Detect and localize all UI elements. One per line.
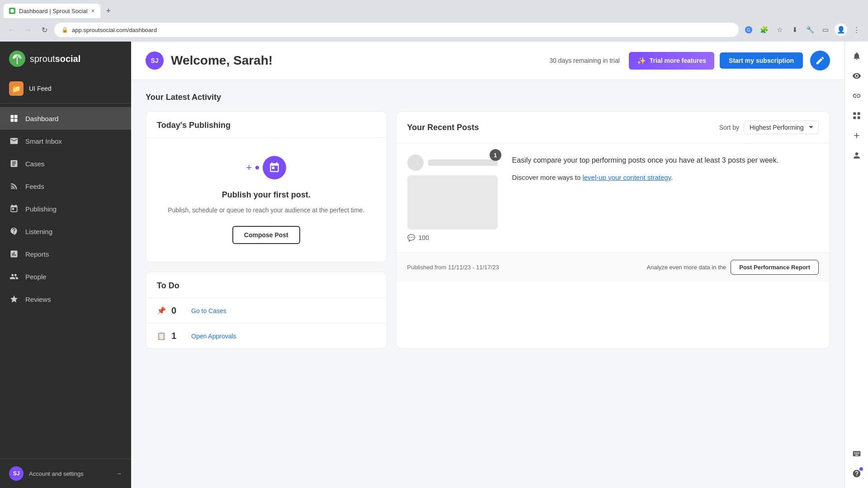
sidebar-item-smart-inbox[interactable]: Smart Inbox	[0, 130, 131, 152]
sprout-logo-icon	[9, 51, 25, 67]
publish-dot-icon	[255, 166, 259, 169]
sidebar-item-listening[interactable]: Listening	[0, 220, 131, 243]
sort-select[interactable]: Highest Performing Most Recent Oldest	[744, 121, 819, 134]
lock-icon: 🔒	[61, 27, 68, 33]
toolbar-actions: G 🧩 ☆ ⬇ 🔧 ▭ 👤 ⋮	[742, 23, 863, 36]
reviews-icon	[9, 294, 19, 304]
sidebar-item-publishing[interactable]: Publishing	[0, 197, 131, 220]
discover-prefix: Discover more ways to	[512, 174, 583, 181]
todo-item-approvals: 📋 1 Open Approvals	[146, 323, 387, 348]
go-to-cases-link[interactable]: Go to Cases	[191, 307, 226, 314]
listening-icon	[9, 226, 19, 236]
keyboard-btn[interactable]	[848, 445, 866, 463]
account-settings-label: Account and settings	[29, 470, 110, 477]
publish-description: Publish, schedule or queue to reach your…	[168, 205, 364, 215]
sidebar-item-cases[interactable]: Cases	[0, 152, 131, 175]
reports-label: Reports	[25, 250, 49, 258]
cases-icon	[9, 159, 19, 169]
extensions-btn[interactable]: 🧩	[758, 23, 770, 36]
sidebar-item-reviews[interactable]: Reviews	[0, 288, 131, 310]
recent-posts-header: Your Recent Posts Sort by Highest Perfor…	[396, 112, 830, 144]
post-badge: 1	[490, 149, 501, 161]
post-avatar-placeholder	[407, 155, 424, 171]
bookmark-btn[interactable]: ☆	[773, 23, 786, 36]
todo-approvals-count: 1	[171, 331, 186, 341]
sidebar-feed-item[interactable]: 📁 UI Feed	[0, 74, 131, 103]
smart-inbox-label: Smart Inbox	[25, 137, 62, 145]
browser-toolbar: ← → ↻ 🔒 app.sproutsocial.com/dashboard G…	[0, 18, 868, 42]
account-arrow-icon: →	[116, 470, 122, 477]
feeds-label: Feeds	[25, 183, 44, 190]
section-title: Your Latest Activity	[146, 93, 830, 102]
sidebar-item-reports[interactable]: Reports	[0, 243, 131, 265]
sidebar-toggle-btn[interactable]: ▭	[819, 23, 832, 36]
feed-label: UI Feed	[29, 85, 52, 92]
people-label: People	[25, 273, 47, 281]
dashboard-label: Dashboard	[25, 115, 58, 122]
post-avatar-row	[407, 155, 498, 171]
content-area: Your Latest Activity Today's Publishing …	[131, 80, 844, 488]
reviews-label: Reviews	[25, 296, 51, 303]
active-tab[interactable]: Dashboard | Sprout Social ×	[4, 4, 100, 18]
sidebar-logo: sproutsocial	[0, 42, 131, 74]
sidebar-item-feeds[interactable]: Feeds	[0, 175, 131, 197]
todo-item-cases: 📌 0 Go to Cases	[146, 298, 387, 323]
refresh-btn[interactable]: ↻	[38, 23, 51, 36]
post-image-placeholder	[407, 175, 498, 230]
trial-features-button[interactable]: ✨ Trial more features	[629, 52, 714, 70]
download-btn[interactable]: ⬇	[788, 23, 801, 36]
right-panel	[844, 42, 868, 488]
header-avatar: SJ	[146, 52, 164, 70]
account-avatar: SJ	[9, 466, 24, 481]
recent-posts-body: 1 💬 100 Easily co	[396, 144, 830, 252]
notifications-btn[interactable]	[848, 47, 866, 65]
content-strategy-link[interactable]: level-up your content strategy	[582, 174, 671, 181]
subscription-button[interactable]: Start my subscription	[720, 52, 803, 69]
compose-post-button[interactable]: Compose Post	[232, 226, 300, 244]
sort-label: Sort by	[719, 124, 739, 131]
back-btn[interactable]: ←	[5, 23, 18, 36]
forward-btn[interactable]: →	[22, 23, 34, 36]
help-btn[interactable]	[848, 465, 866, 483]
monitor-btn[interactable]	[848, 67, 866, 85]
footer-actions: Analyze even more data in the Post Perfo…	[647, 260, 819, 275]
google-icon[interactable]: G	[742, 23, 755, 36]
discover-suffix: .	[671, 174, 673, 181]
link-btn[interactable]	[848, 87, 866, 105]
profile-btn[interactable]: 👤	[835, 23, 847, 36]
todo-header: To Do	[146, 272, 387, 298]
comment-icon: 💬	[407, 234, 415, 241]
todo-cases-count: 0	[171, 305, 186, 316]
sidebar-account[interactable]: SJ Account and settings →	[0, 459, 131, 488]
svg-rect-4	[17, 57, 18, 64]
address-bar[interactable]: 🔒 app.sproutsocial.com/dashboard	[54, 23, 739, 37]
menu-btn[interactable]: ⋮	[850, 23, 863, 36]
reports-icon	[9, 249, 19, 259]
url-text: app.sproutsocial.com/dashboard	[72, 27, 731, 33]
dashboard-icon	[9, 113, 19, 123]
publishing-icon	[9, 204, 19, 214]
sidebar-item-dashboard[interactable]: Dashboard	[0, 107, 131, 130]
sidebar-logo-text: sproutsocial	[30, 54, 80, 64]
open-approvals-link[interactable]: Open Approvals	[191, 333, 236, 340]
feed-icon: 📁	[9, 81, 24, 96]
compose-button[interactable]	[810, 51, 830, 70]
user-btn[interactable]	[848, 146, 866, 164]
tab-favicon	[9, 8, 15, 14]
listening-label: Listening	[25, 228, 52, 235]
trial-features-icon: ✨	[637, 56, 646, 65]
tab-close-btn[interactable]: ×	[91, 7, 95, 14]
publish-plus-icon: +	[246, 162, 252, 174]
app-layout: sproutsocial 📁 UI Feed Dashboard Smart I…	[0, 42, 868, 488]
grid-btn[interactable]	[848, 107, 866, 125]
post-performance-report-button[interactable]: Post Performance Report	[731, 260, 819, 275]
new-tab-btn[interactable]: +	[102, 5, 115, 17]
post-preview: 1 💬 100	[407, 155, 498, 241]
extensions-puzzle-btn[interactable]: 🔧	[804, 23, 816, 36]
todo-approvals-icon: 📋	[157, 332, 166, 340]
recent-posts-title: Your Recent Posts	[407, 123, 719, 132]
sidebar-item-people[interactable]: People	[0, 265, 131, 288]
add-btn[interactable]	[848, 127, 866, 145]
todo-title: To Do	[157, 281, 376, 291]
publish-icon-area: +	[246, 156, 286, 179]
